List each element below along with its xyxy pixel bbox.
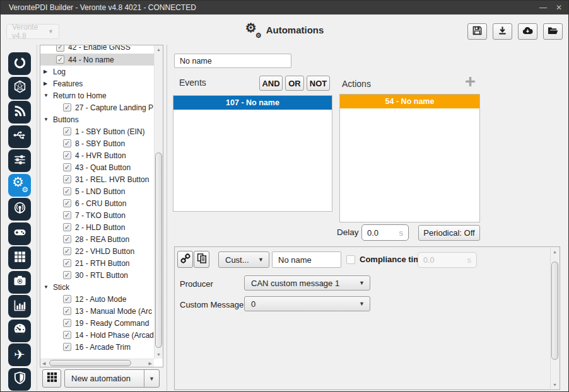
sidebar-item-ring[interactable] [8, 52, 31, 75]
save-button[interactable] [467, 23, 487, 40]
tree-item[interactable]: ✓5 - LND Button [40, 185, 154, 197]
tree-item[interactable]: ✓13 - Manual Mode (Arc [40, 305, 154, 317]
scroll-up-icon[interactable]: ▲ [551, 250, 559, 254]
tree-item-checkbox[interactable]: ✓ [63, 247, 71, 255]
tree-item-checkbox[interactable]: ✓ [63, 127, 71, 135]
tree-item-checkbox[interactable]: ✓ [63, 103, 71, 112]
new-automation-dropdown[interactable]: ▼ [144, 370, 159, 387]
tree-group-stick[interactable]: ▼Stick [40, 281, 154, 293]
sidebar-item-grid[interactable] [8, 246, 31, 269]
tree-item[interactable]: ✓2 - HLD Button [40, 221, 154, 233]
link-button[interactable] [177, 251, 193, 268]
sidebar-item-usb[interactable] [8, 125, 31, 148]
tree-item-checkbox[interactable]: ✓ [56, 45, 64, 52]
chevron-collapsed-icon[interactable]: ▶ [44, 69, 50, 74]
custom-message-dropdown[interactable]: 0 ▼ [244, 296, 370, 311]
delay-input[interactable]: 0.0 s [361, 224, 409, 241]
scroll-right-icon[interactable]: ▶ [149, 361, 152, 366]
sidebar-item-gears[interactable]: ⚙⚙ [8, 174, 31, 197]
tree-item-checkbox[interactable]: ✓ [63, 151, 71, 159]
chevron-collapsed-icon[interactable]: ▶ [44, 81, 50, 86]
tree-item-checkbox[interactable]: ✓ [63, 343, 71, 351]
device-version-dropdown[interactable]: Veronte v4.8 ▼ [6, 24, 59, 39]
tree-group-return-to-home[interactable]: ▼Return to Home [40, 89, 154, 101]
new-automation-button[interactable]: New automation ▼ [64, 369, 160, 388]
editor-vscroll-thumb[interactable] [551, 262, 558, 360]
tree-item-checkbox[interactable]: ✓ [63, 223, 71, 231]
tree-item[interactable]: ✓16 - Arcade Trim [40, 341, 154, 353]
action-type-dropdown[interactable]: Cust... ▼ [218, 251, 269, 268]
tree-item-checkbox[interactable]: ✓ [63, 295, 71, 303]
tree-item[interactable]: ✓30 - RTL Button [40, 269, 154, 281]
tree-item-checkbox[interactable]: ✓ [63, 319, 71, 327]
open-button[interactable] [543, 23, 563, 40]
tree-item[interactable]: ✓44 - No name [40, 54, 154, 66]
sidebar-item-camera[interactable] [8, 271, 31, 294]
scroll-up-icon[interactable]: ▲ [155, 47, 163, 52]
scroll-down-icon[interactable]: ▼ [155, 352, 163, 357]
tree-item[interactable]: ✓42 - Enable GNSS [40, 45, 154, 54]
cloud-download-button[interactable] [518, 23, 537, 40]
tree-item-checkbox[interactable]: ✓ [63, 235, 71, 243]
minimize-button[interactable]: — [539, 3, 547, 12]
tree-item[interactable]: ✓43 - Quat Button [40, 161, 154, 173]
close-button[interactable]: ✕ [556, 3, 562, 12]
sidebar-item-plane[interactable]: ✈ [8, 343, 31, 366]
tree-item-checkbox[interactable]: ✓ [63, 211, 71, 219]
sidebar-item-gauge[interactable] [8, 320, 31, 342]
tree-item-checkbox[interactable]: ✓ [63, 199, 71, 207]
chevron-expanded-icon[interactable]: ▼ [44, 93, 50, 98]
not-button[interactable]: NOT [307, 76, 330, 91]
automation-grid-view-button[interactable] [42, 369, 61, 388]
tree-item-checkbox[interactable]: ✓ [56, 55, 64, 64]
copy-button[interactable] [194, 251, 209, 268]
sidebar-item-rss[interactable] [8, 101, 31, 124]
action-name-input[interactable]: No name [272, 251, 341, 268]
tree-item-checkbox[interactable]: ✓ [63, 139, 71, 147]
add-action-icon[interactable]: + [465, 72, 476, 91]
tree-item[interactable]: ✓12 - Auto Mode [40, 293, 154, 305]
sidebar-item-sliders[interactable] [8, 149, 31, 172]
tree-item-checkbox[interactable]: ✓ [63, 307, 71, 315]
tree-item[interactable]: ✓22 - VHLD Button [40, 245, 154, 257]
tree-item-checkbox[interactable]: ✓ [63, 163, 71, 171]
compliance-time-checkbox[interactable] [346, 255, 355, 264]
tree-item[interactable]: ✓7 - TKO Button [40, 209, 154, 221]
tree-item-checkbox[interactable]: ✓ [63, 175, 71, 183]
chevron-expanded-icon[interactable]: ▼ [44, 284, 50, 290]
or-button[interactable]: OR [285, 76, 304, 91]
import-button[interactable] [493, 23, 512, 40]
tree-item[interactable]: ✓8 - SBY Button [40, 137, 154, 149]
tree-item[interactable]: ✓14 - Hold Phase (Arcad [40, 329, 154, 341]
tree-group-log[interactable]: ▶Log [40, 66, 154, 78]
tree-item[interactable]: ✓6 - CRU Button [40, 197, 154, 209]
editor-vertical-scrollbar[interactable]: ▲ ▼ [550, 248, 559, 389]
tree-vscroll-thumb[interactable] [155, 153, 162, 348]
scroll-down-icon[interactable]: ▼ [551, 383, 559, 387]
action-item[interactable]: 54 - No name [340, 95, 479, 108]
and-button[interactable]: AND [259, 76, 283, 91]
tree-item[interactable]: ✓4 - HVR Button [40, 149, 154, 161]
tree-item-checkbox[interactable]: ✓ [63, 271, 71, 279]
chevron-expanded-icon[interactable]: ▼ [44, 117, 50, 122]
event-item[interactable]: 107 - No name [173, 96, 332, 110]
producer-dropdown[interactable]: CAN custom message 1 ▼ [244, 275, 370, 291]
sidebar-item-bar-chart[interactable] [8, 295, 31, 318]
tree-hscroll-thumb[interactable] [49, 360, 131, 366]
tree-item[interactable]: ✓1 - SBY Button (EIN) [40, 125, 154, 137]
tree-horizontal-scrollbar[interactable]: ◀ ▶ [40, 359, 154, 367]
tree-group-features[interactable]: ▶Features [40, 78, 154, 89]
automation-name-input[interactable]: No name [174, 54, 291, 68]
periodical-toggle-button[interactable]: Periodical: Off [418, 225, 480, 241]
tree-item[interactable]: ✓21 - RTH Button [40, 257, 154, 269]
tree-item[interactable]: ✓19 - Ready Command [40, 317, 154, 329]
tree-item-checkbox[interactable]: ✓ [63, 331, 71, 339]
sidebar-item-hexagon-mesh[interactable] [8, 77, 31, 100]
tree-vertical-scrollbar[interactable]: ▲ ▼ [154, 45, 163, 359]
tree-group-buttons[interactable]: ▼Buttons [40, 113, 154, 125]
tree-item[interactable]: ✓31 - REL. HVR Button [40, 173, 154, 185]
sidebar-item-gamepad[interactable] [8, 222, 31, 245]
tree-item-checkbox[interactable]: ✓ [63, 187, 71, 195]
sidebar-item-shield[interactable] [8, 368, 31, 391]
sidebar-item-podcast[interactable] [8, 198, 31, 221]
